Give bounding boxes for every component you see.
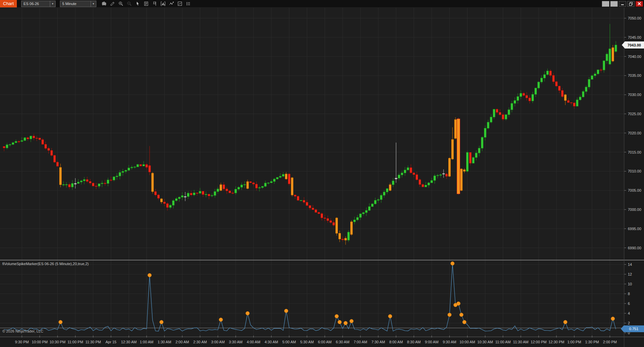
copyright-text: © 2026 NinjaTrader, LLC [2, 329, 43, 333]
zoom-out-icon[interactable] [126, 1, 133, 7]
minimize-button[interactable] [619, 1, 626, 7]
close-button[interactable] [636, 1, 643, 7]
indicator-value-tag: 0.751 [621, 325, 644, 332]
candlestick-chart-icon[interactable] [101, 1, 107, 7]
blank-button-2[interactable] [610, 1, 618, 7]
chart-canvas[interactable]: 7050.007045.007040.007035.007030.007025.… [0, 0, 644, 347]
zoom-in-icon[interactable] [118, 1, 124, 7]
indicator-label: fiVolumeSpikeMarker(ES 06-26 (5 Minute),… [2, 262, 89, 266]
line-chart-points-icon[interactable] [168, 1, 175, 7]
time-axis[interactable] [0, 337, 624, 347]
data-box-icon[interactable] [143, 1, 150, 7]
timeframe-value: 5 Minute [60, 2, 91, 6]
blank-button-1[interactable] [602, 1, 609, 7]
indicator-value: 0.751 [629, 327, 639, 331]
instrument-dropdown[interactable]: ES 06-26 ▾ [21, 1, 56, 7]
toolbar: Chart ES 06-26 ▾ 5 Minute ▾ [0, 0, 644, 8]
timeframe-dropdown[interactable]: 5 Minute ▾ [60, 1, 96, 7]
price-axis[interactable] [624, 7, 644, 337]
chevron-down-icon: ▾ [91, 1, 96, 7]
chevron-down-icon: ▾ [50, 1, 55, 7]
bar-chart-brackets-icon[interactable] [160, 1, 166, 7]
last-price-tag: 7043.00 [622, 41, 644, 49]
instrument-value: ES 06-26 [22, 2, 50, 6]
list-icon[interactable] [185, 1, 192, 7]
chart-window: Chart ES 06-26 ▾ 5 Minute ▾ 7050.007045.… [0, 0, 644, 347]
pencil-draw-icon[interactable] [109, 1, 116, 7]
window-buttons [602, 1, 643, 7]
restore-button[interactable] [627, 1, 635, 7]
toolbar-icon-strip [101, 1, 192, 7]
flag-icon[interactable] [152, 1, 158, 7]
chart-settings-icon[interactable] [177, 1, 183, 7]
cursor-icon[interactable] [135, 1, 141, 7]
chart-tab[interactable]: Chart [0, 0, 17, 7]
last-price-value: 7043.00 [627, 43, 641, 47]
